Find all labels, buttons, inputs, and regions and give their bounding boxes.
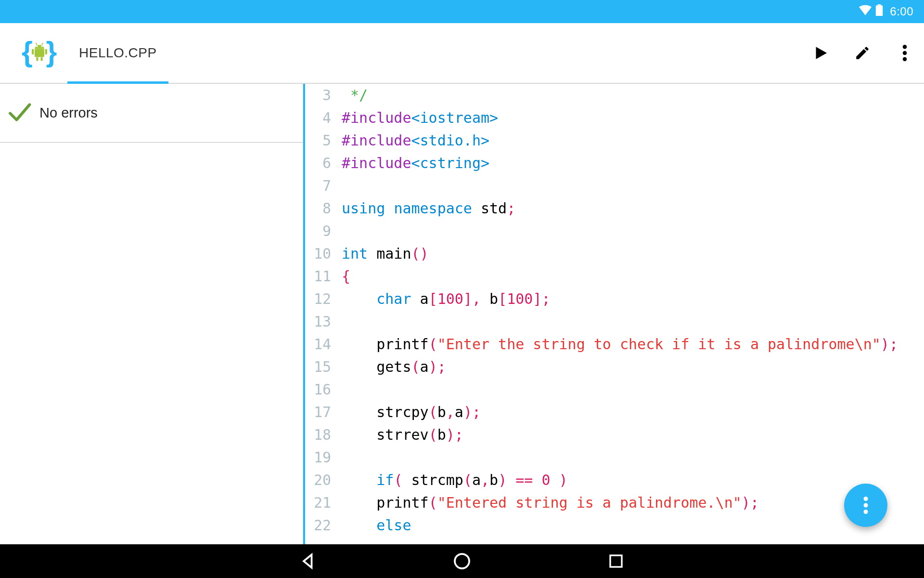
code-line[interactable]: strcpy(b,a); bbox=[342, 401, 924, 423]
line-number: 7 bbox=[305, 174, 331, 197]
code-line[interactable]: printf("Entered string is a palindrome.\… bbox=[342, 491, 924, 514]
code-editor[interactable]: 345678910111213141516171819202122 */#inc… bbox=[303, 84, 924, 544]
svg-line-12 bbox=[42, 43, 43, 45]
line-number: 10 bbox=[305, 242, 331, 265]
file-title[interactable]: HELLO.CPP bbox=[79, 45, 157, 61]
status-row[interactable]: No errors bbox=[0, 84, 303, 143]
code-line[interactable] bbox=[342, 378, 924, 401]
code-line[interactable]: #include<stdio.h> bbox=[342, 129, 924, 152]
line-number: 17 bbox=[305, 401, 331, 423]
svg-rect-4 bbox=[35, 49, 44, 57]
code-line[interactable] bbox=[342, 310, 924, 333]
line-number: 8 bbox=[305, 197, 331, 220]
svg-text:}: } bbox=[46, 36, 57, 67]
line-number: 20 bbox=[305, 469, 331, 491]
code-line[interactable] bbox=[342, 174, 924, 197]
svg-point-9 bbox=[36, 46, 38, 47]
code-line[interactable]: */ bbox=[342, 84, 924, 106]
android-nav-bar bbox=[0, 544, 924, 578]
line-number: 15 bbox=[305, 355, 331, 378]
line-number: 16 bbox=[305, 378, 331, 401]
svg-point-17 bbox=[864, 503, 868, 508]
fab-more-button[interactable] bbox=[844, 484, 887, 527]
edit-button[interactable] bbox=[853, 43, 872, 63]
line-number: 5 bbox=[305, 129, 331, 152]
code-line[interactable]: int main() bbox=[342, 242, 924, 265]
line-number: 14 bbox=[305, 333, 331, 355]
line-number: 13 bbox=[305, 310, 331, 333]
nav-recents-button[interactable] bbox=[606, 552, 626, 571]
line-number: 19 bbox=[305, 446, 331, 469]
run-button[interactable] bbox=[810, 43, 830, 63]
svg-point-13 bbox=[903, 45, 907, 49]
svg-line-11 bbox=[36, 43, 37, 45]
line-gutter: 345678910111213141516171819202122 bbox=[305, 84, 333, 544]
svg-point-14 bbox=[903, 51, 907, 55]
code-content[interactable]: */#include<iostream>#include<stdio.h>#in… bbox=[333, 84, 924, 544]
code-line[interactable] bbox=[342, 446, 924, 469]
nav-home-button[interactable] bbox=[452, 552, 472, 571]
wifi-icon bbox=[859, 5, 872, 18]
code-line[interactable]: #include<cstring> bbox=[342, 152, 924, 174]
check-icon bbox=[6, 99, 32, 127]
app-bar: { } HELLO.CPP bbox=[0, 23, 924, 84]
line-number: 18 bbox=[305, 423, 331, 446]
svg-rect-20 bbox=[610, 555, 622, 567]
code-line[interactable]: else bbox=[342, 514, 924, 537]
svg-text:{: { bbox=[22, 36, 33, 67]
code-line[interactable]: gets(a); bbox=[342, 355, 924, 378]
svg-rect-6 bbox=[45, 49, 47, 55]
clock-time: 6:00 bbox=[890, 5, 913, 18]
svg-point-18 bbox=[864, 510, 868, 514]
errors-panel: No errors bbox=[0, 84, 303, 544]
line-number: 21 bbox=[305, 491, 331, 514]
svg-rect-0 bbox=[876, 5, 883, 16]
code-line[interactable]: { bbox=[342, 265, 924, 288]
code-line[interactable]: char a[100], b[100]; bbox=[342, 288, 924, 310]
line-number: 6 bbox=[305, 152, 331, 174]
svg-rect-8 bbox=[41, 57, 43, 61]
code-line[interactable]: #include<iostream> bbox=[342, 106, 924, 129]
line-number: 4 bbox=[305, 106, 331, 129]
line-number: 9 bbox=[305, 220, 331, 242]
nav-back-button[interactable] bbox=[298, 552, 318, 571]
code-line[interactable]: using namespace std; bbox=[342, 197, 924, 220]
tab-indicator bbox=[67, 81, 168, 84]
line-number: 11 bbox=[305, 265, 331, 288]
svg-rect-1 bbox=[878, 4, 881, 5]
overflow-menu-button[interactable] bbox=[895, 43, 914, 63]
svg-point-16 bbox=[864, 497, 868, 501]
battery-icon bbox=[875, 4, 883, 19]
line-number: 12 bbox=[305, 288, 331, 310]
svg-point-10 bbox=[41, 46, 43, 47]
code-line[interactable]: strrev(b); bbox=[342, 423, 924, 446]
code-line[interactable] bbox=[342, 220, 924, 242]
app-icon[interactable]: { } bbox=[19, 33, 60, 73]
svg-rect-7 bbox=[36, 57, 38, 61]
android-status-bar: 6:00 bbox=[0, 0, 924, 23]
svg-point-15 bbox=[903, 57, 907, 62]
code-line[interactable]: printf("Enter the string to check if it … bbox=[342, 333, 924, 355]
status-text: No errors bbox=[39, 105, 98, 121]
svg-point-19 bbox=[455, 554, 469, 568]
svg-rect-5 bbox=[32, 49, 34, 55]
code-line[interactable]: if( strcmp(a,b) == 0 ) bbox=[342, 469, 924, 491]
line-number: 3 bbox=[305, 84, 331, 106]
line-number: 22 bbox=[305, 514, 331, 537]
